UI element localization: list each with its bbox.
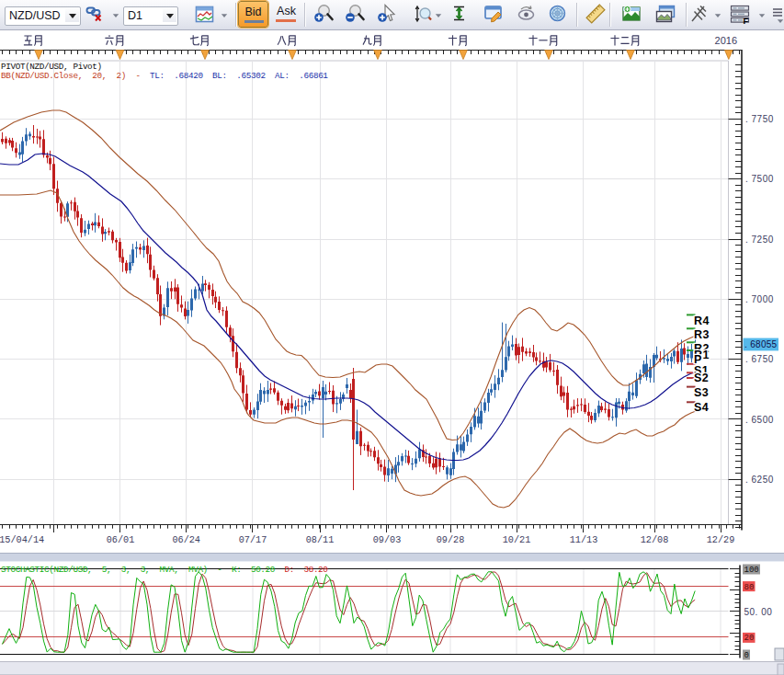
svg-text:07/17: 07/17: [239, 535, 267, 545]
svg-text:. 68055: . 68055: [744, 339, 778, 349]
svg-text:. 7250: . 7250: [745, 235, 774, 245]
svg-text:11/13: 11/13: [570, 535, 598, 545]
svg-text:2016: 2016: [715, 35, 737, 46]
svg-text:15/04/14: 15/04/14: [0, 535, 44, 545]
svg-text:10/21: 10/21: [503, 535, 531, 545]
svg-text:09/03: 09/03: [373, 535, 402, 545]
svg-text:50. 00: 50. 00: [744, 607, 773, 617]
svg-text:12/29: 12/29: [707, 535, 735, 545]
svg-text:S2: S2: [694, 372, 709, 384]
svg-text:S4: S4: [694, 401, 709, 414]
svg-text:0: 0: [744, 651, 749, 660]
svg-text:100: 100: [744, 566, 759, 575]
svg-text:12/08: 12/08: [641, 535, 669, 545]
svg-text:06/24: 06/24: [172, 535, 200, 545]
svg-text:06/01: 06/01: [107, 535, 135, 545]
svg-text:. 6750: . 6750: [745, 354, 774, 364]
svg-text:. 7750: . 7750: [745, 114, 774, 124]
svg-text:S3: S3: [694, 386, 709, 399]
svg-text:R3: R3: [694, 328, 710, 341]
svg-text:F: F: [744, 16, 749, 26]
svg-text:08/11: 08/11: [306, 535, 335, 545]
svg-text:R4: R4: [694, 315, 710, 327]
svg-text:STOCHASTIC(NZD/USD, 5, 3, 3: STOCHASTIC(NZD/USD, 5, 3, 3, MVA, MVA) -…: [1, 565, 328, 575]
svg-text:BB(NZD/USD.Close, 20, 2) -: BB(NZD/USD.Close, 20, 2) - TL: .68420 BL…: [1, 71, 328, 81]
svg-text:. 6500: . 6500: [745, 415, 774, 425]
svg-text:. 6250: . 6250: [745, 475, 774, 485]
svg-text:20: 20: [744, 634, 755, 643]
svg-text:. 7000: . 7000: [745, 294, 774, 304]
svg-text:09/28: 09/28: [437, 535, 465, 545]
svg-text:80: 80: [744, 583, 755, 592]
svg-text:. 7500: . 7500: [745, 174, 774, 184]
